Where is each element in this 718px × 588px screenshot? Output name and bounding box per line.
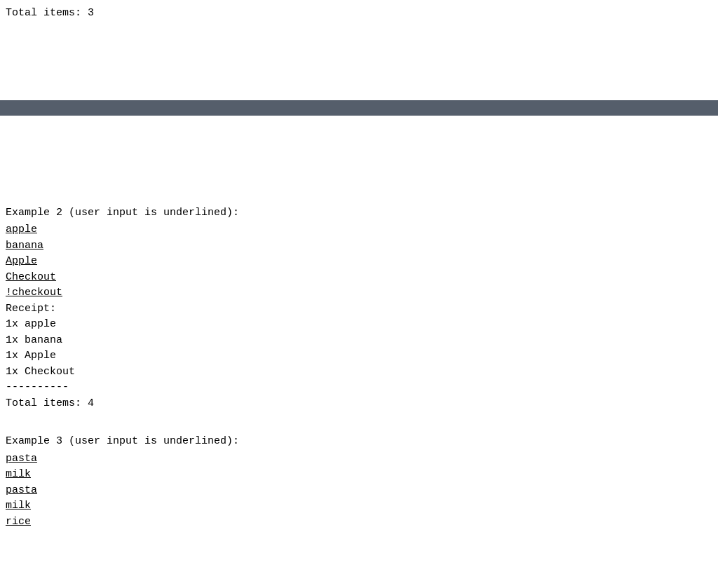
example2-header: Example 2 (user input is underlined): (6, 205, 712, 221)
example3-header: Example 3 (user input is underlined): (6, 434, 712, 450)
example2-receipt-item-1: 1x apple (6, 317, 712, 333)
example2-receipt-item-2: 1x banana (6, 333, 712, 349)
top-section: Total items: 3 (0, 0, 718, 30)
example3-input-3: pasta (6, 483, 712, 499)
example3-input-1: pasta (6, 451, 712, 467)
spacer-mid (6, 121, 712, 205)
spacer-between-examples (6, 428, 712, 434)
example2-receipt-label: Receipt: (6, 301, 712, 317)
example3-input-5: rice (6, 514, 712, 531)
example2-receipt-item-4: 1x Checkout (6, 364, 712, 381)
example3-input-4: milk (6, 498, 712, 514)
example2-total: Total items: 4 (6, 396, 712, 412)
divider-bar (0, 100, 718, 116)
example2-receipt-item-3: 1x Apple (6, 348, 712, 364)
main-content: Example 2 (user input is underlined): ap… (0, 116, 718, 556)
example2-input-1: apple (6, 222, 712, 238)
example2-input-5: !checkout (6, 285, 712, 301)
example3-section: Example 3 (user input is underlined): pa… (6, 434, 712, 530)
example2-section: Example 2 (user input is underlined): ap… (6, 205, 712, 412)
example2-separator: ---------- (6, 380, 712, 396)
example2-input-2: banana (6, 238, 712, 254)
spacer-top (0, 30, 718, 100)
example2-input-3: Apple (6, 254, 712, 270)
example2-input-4: Checkout (6, 270, 712, 286)
example3-input-2: milk (6, 467, 712, 483)
top-total-items: Total items: 3 (6, 6, 712, 22)
